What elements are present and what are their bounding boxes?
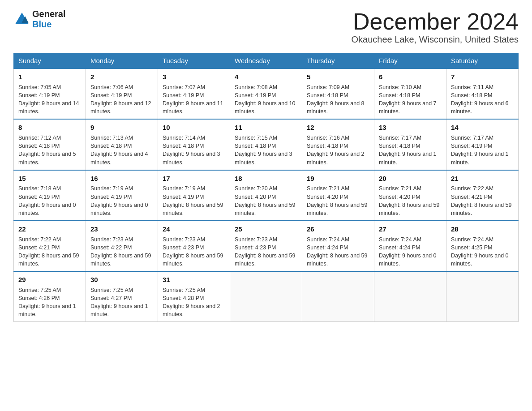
calendar-day-cell	[302, 271, 374, 322]
calendar-day-cell: 13Sunrise: 7:17 AMSunset: 4:18 PMDayligh…	[374, 119, 446, 170]
day-number: 6	[379, 72, 442, 82]
day-info: Sunrise: 7:24 AMSunset: 4:24 PMDaylight:…	[379, 235, 442, 268]
calendar-day-cell: 9Sunrise: 7:13 AMSunset: 4:18 PMDaylight…	[86, 119, 158, 170]
day-info: Sunrise: 7:15 AMSunset: 4:18 PMDaylight:…	[235, 134, 297, 167]
days-of-week-row: SundayMondayTuesdayWednesdayThursdayFrid…	[14, 53, 519, 69]
day-number: 8	[18, 123, 81, 133]
calendar-day-cell: 22Sunrise: 7:22 AMSunset: 4:21 PMDayligh…	[14, 221, 86, 271]
day-info: Sunrise: 7:07 AMSunset: 4:19 PMDaylight:…	[163, 83, 225, 116]
logo-icon	[13, 11, 30, 28]
calendar-day-cell: 15Sunrise: 7:18 AMSunset: 4:19 PMDayligh…	[14, 170, 86, 221]
calendar-week-row: 1Sunrise: 7:05 AMSunset: 4:19 PMDaylight…	[14, 68, 519, 119]
calendar-day-cell: 7Sunrise: 7:11 AMSunset: 4:18 PMDaylight…	[446, 68, 519, 119]
day-number: 31	[163, 275, 225, 285]
day-info: Sunrise: 7:09 AMSunset: 4:18 PMDaylight:…	[307, 83, 369, 116]
day-number: 18	[235, 174, 297, 184]
calendar-week-row: 29Sunrise: 7:25 AMSunset: 4:26 PMDayligh…	[14, 271, 519, 322]
day-number: 11	[235, 123, 297, 133]
calendar-day-cell: 31Sunrise: 7:25 AMSunset: 4:28 PMDayligh…	[158, 271, 230, 322]
day-info: Sunrise: 7:18 AMSunset: 4:19 PMDaylight:…	[18, 184, 81, 217]
calendar-week-row: 8Sunrise: 7:12 AMSunset: 4:18 PMDaylight…	[14, 119, 519, 170]
header-tuesday: Tuesday	[158, 53, 230, 69]
calendar-day-cell: 1Sunrise: 7:05 AMSunset: 4:19 PMDaylight…	[14, 68, 86, 119]
calendar-day-cell: 28Sunrise: 7:24 AMSunset: 4:25 PMDayligh…	[446, 221, 519, 271]
day-number: 17	[163, 174, 225, 184]
calendar-day-cell: 18Sunrise: 7:20 AMSunset: 4:20 PMDayligh…	[230, 170, 302, 221]
day-info: Sunrise: 7:05 AMSunset: 4:19 PMDaylight:…	[18, 83, 81, 116]
day-number: 16	[90, 174, 153, 184]
calendar-day-cell: 11Sunrise: 7:15 AMSunset: 4:18 PMDayligh…	[230, 119, 302, 170]
day-number: 26	[307, 224, 369, 234]
calendar-day-cell: 3Sunrise: 7:07 AMSunset: 4:19 PMDaylight…	[158, 68, 230, 119]
calendar-day-cell: 2Sunrise: 7:06 AMSunset: 4:19 PMDaylight…	[86, 68, 158, 119]
calendar-day-cell: 10Sunrise: 7:14 AMSunset: 4:18 PMDayligh…	[158, 119, 230, 170]
day-info: Sunrise: 7:23 AMSunset: 4:22 PMDaylight:…	[90, 235, 153, 268]
day-number: 25	[235, 224, 297, 234]
title-area: December 2024 Okauchee Lake, Wisconsin, …	[351, 9, 519, 45]
day-number: 10	[163, 123, 225, 133]
header-monday: Monday	[86, 53, 158, 69]
calendar-table: SundayMondayTuesdayWednesdayThursdayFrid…	[13, 53, 519, 322]
day-number: 29	[18, 275, 81, 285]
day-info: Sunrise: 7:14 AMSunset: 4:18 PMDaylight:…	[163, 134, 225, 167]
logo-general-text: General	[32, 9, 65, 19]
day-info: Sunrise: 7:17 AMSunset: 4:19 PMDaylight:…	[451, 134, 514, 167]
calendar-day-cell: 16Sunrise: 7:19 AMSunset: 4:19 PMDayligh…	[86, 170, 158, 221]
day-info: Sunrise: 7:17 AMSunset: 4:18 PMDaylight:…	[379, 134, 442, 167]
calendar-day-cell: 19Sunrise: 7:21 AMSunset: 4:20 PMDayligh…	[302, 170, 374, 221]
day-number: 19	[307, 174, 369, 184]
day-info: Sunrise: 7:20 AMSunset: 4:20 PMDaylight:…	[235, 184, 297, 217]
day-info: Sunrise: 7:19 AMSunset: 4:19 PMDaylight:…	[163, 184, 225, 217]
day-number: 1	[18, 72, 81, 82]
calendar-day-cell: 29Sunrise: 7:25 AMSunset: 4:26 PMDayligh…	[14, 271, 86, 322]
day-info: Sunrise: 7:25 AMSunset: 4:27 PMDaylight:…	[90, 286, 153, 319]
day-number: 12	[307, 123, 369, 133]
day-number: 14	[451, 123, 514, 133]
calendar-day-cell: 30Sunrise: 7:25 AMSunset: 4:27 PMDayligh…	[86, 271, 158, 322]
calendar-day-cell: 8Sunrise: 7:12 AMSunset: 4:18 PMDaylight…	[14, 119, 86, 170]
calendar-day-cell: 14Sunrise: 7:17 AMSunset: 4:19 PMDayligh…	[446, 119, 519, 170]
calendar-day-cell: 27Sunrise: 7:24 AMSunset: 4:24 PMDayligh…	[374, 221, 446, 271]
calendar-day-cell: 12Sunrise: 7:16 AMSunset: 4:18 PMDayligh…	[302, 119, 374, 170]
calendar-week-row: 22Sunrise: 7:22 AMSunset: 4:21 PMDayligh…	[14, 221, 519, 271]
header-saturday: Saturday	[446, 53, 519, 69]
day-number: 20	[379, 174, 442, 184]
calendar-day-cell	[446, 271, 519, 322]
day-info: Sunrise: 7:06 AMSunset: 4:19 PMDaylight:…	[90, 83, 153, 116]
day-info: Sunrise: 7:23 AMSunset: 4:23 PMDaylight:…	[235, 235, 297, 268]
day-info: Sunrise: 7:24 AMSunset: 4:24 PMDaylight:…	[307, 235, 369, 268]
calendar-body: 1Sunrise: 7:05 AMSunset: 4:19 PMDaylight…	[14, 68, 519, 322]
page-header: General Blue December 2024 Okauchee Lake…	[13, 9, 519, 45]
calendar-day-cell	[230, 271, 302, 322]
day-info: Sunrise: 7:23 AMSunset: 4:23 PMDaylight:…	[163, 235, 225, 268]
day-info: Sunrise: 7:16 AMSunset: 4:18 PMDaylight:…	[307, 134, 369, 167]
day-info: Sunrise: 7:12 AMSunset: 4:18 PMDaylight:…	[18, 134, 81, 167]
calendar-day-cell: 20Sunrise: 7:21 AMSunset: 4:20 PMDayligh…	[374, 170, 446, 221]
calendar-day-cell: 4Sunrise: 7:08 AMSunset: 4:19 PMDaylight…	[230, 68, 302, 119]
location-title: Okauchee Lake, Wisconsin, United States	[351, 34, 519, 45]
header-wednesday: Wednesday	[230, 53, 302, 69]
day-info: Sunrise: 7:08 AMSunset: 4:19 PMDaylight:…	[235, 83, 297, 116]
day-number: 4	[235, 72, 297, 82]
day-number: 27	[379, 224, 442, 234]
day-info: Sunrise: 7:10 AMSunset: 4:18 PMDaylight:…	[379, 83, 442, 116]
day-number: 30	[90, 275, 153, 285]
calendar-header: SundayMondayTuesdayWednesdayThursdayFrid…	[14, 53, 519, 69]
day-number: 22	[18, 224, 81, 234]
calendar-day-cell: 24Sunrise: 7:23 AMSunset: 4:23 PMDayligh…	[158, 221, 230, 271]
day-info: Sunrise: 7:25 AMSunset: 4:26 PMDaylight:…	[18, 286, 81, 319]
logo-area: General Blue	[13, 9, 65, 30]
logo-name: General Blue	[32, 9, 65, 30]
day-info: Sunrise: 7:21 AMSunset: 4:20 PMDaylight:…	[379, 184, 442, 217]
day-number: 9	[90, 123, 153, 133]
day-info: Sunrise: 7:21 AMSunset: 4:20 PMDaylight:…	[307, 184, 369, 217]
day-info: Sunrise: 7:25 AMSunset: 4:28 PMDaylight:…	[163, 286, 225, 319]
day-info: Sunrise: 7:13 AMSunset: 4:18 PMDaylight:…	[90, 134, 153, 167]
calendar-day-cell: 26Sunrise: 7:24 AMSunset: 4:24 PMDayligh…	[302, 221, 374, 271]
day-info: Sunrise: 7:22 AMSunset: 4:21 PMDaylight:…	[451, 184, 514, 217]
day-number: 13	[379, 123, 442, 133]
month-title: December 2024	[351, 9, 519, 34]
day-number: 15	[18, 174, 81, 184]
calendar-day-cell	[374, 271, 446, 322]
day-info: Sunrise: 7:11 AMSunset: 4:18 PMDaylight:…	[451, 83, 514, 116]
